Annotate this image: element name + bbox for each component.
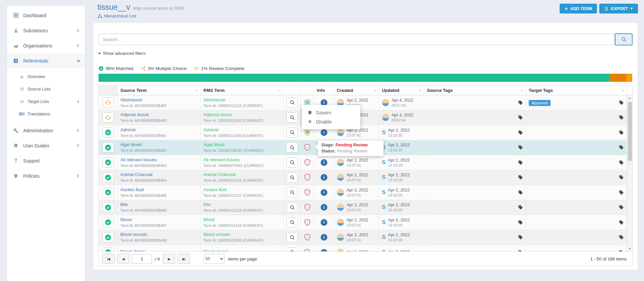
match-status-button[interactable]: [103, 112, 114, 122]
term-search-button[interactable]: [286, 112, 298, 122]
source-term-link[interactable]: Ascites fluid: [120, 187, 144, 192]
tag-icon[interactable]: [619, 175, 624, 180]
sidebar-item-dashboard[interactable]: Dashboard: [7, 8, 85, 23]
column-header-source-term[interactable]: Source Term: [118, 86, 201, 95]
info-icon[interactable]: i: [321, 249, 327, 251]
governance-shield-icon[interactable]: [304, 203, 311, 212]
table-row[interactable]: Blood vessels Term Id: A0V00000003B498 B…: [99, 230, 627, 245]
column-header-target-tags[interactable]: Target Tags: [526, 86, 627, 95]
rms-term-link[interactable]: Bile: [203, 202, 211, 207]
sidebar-item-policies[interactable]: Policies: [7, 168, 85, 183]
governance-shield-icon[interactable]: [304, 143, 311, 152]
source-term-link[interactable]: Agar blood: [120, 142, 142, 147]
match-status-button[interactable]: [103, 202, 114, 212]
column-header-created[interactable]: Created: [334, 86, 379, 95]
table-row[interactable]: Abomasum Term Id: A0V00000003B489 Abomas…: [99, 95, 627, 110]
tag-icon[interactable]: [518, 235, 523, 240]
next-page-button[interactable]: ▶: [163, 254, 175, 264]
sidebar-item-user-guides[interactable]: User Guides: [7, 138, 85, 153]
match-status-button[interactable]: [103, 98, 114, 108]
match-status-button[interactable]: [103, 128, 114, 138]
page-number-input[interactable]: [132, 254, 152, 264]
tag-icon[interactable]: [619, 205, 624, 210]
source-term-link[interactable]: Bile: [120, 202, 128, 207]
governance-shield-icon[interactable]: [304, 233, 311, 242]
sidebar-item-organisations[interactable]: Organisations: [7, 38, 85, 53]
search-input[interactable]: [98, 34, 615, 45]
rms-term-link[interactable]: Ascites fluid: [203, 187, 227, 192]
info-icon[interactable]: i: [321, 174, 327, 181]
menu-item-govern[interactable]: Govern: [302, 108, 360, 117]
tag-icon[interactable]: [619, 100, 624, 105]
info-icon[interactable]: i: [321, 219, 327, 226]
tag-icon[interactable]: [518, 190, 523, 195]
last-page-button[interactable]: ▶|: [177, 254, 190, 264]
column-header-source-tags[interactable]: Source Tags: [424, 86, 526, 95]
search-button[interactable]: [615, 33, 633, 45]
tag-icon[interactable]: [518, 160, 523, 165]
first-page-button[interactable]: |◀: [102, 254, 115, 264]
source-term-link[interactable]: Blood vessels: [120, 232, 147, 237]
tag-icon[interactable]: [518, 130, 523, 135]
table-row[interactable]: Ascites fluid Term Id: A0V00000003B495 A…: [99, 185, 627, 200]
rms-term-link[interactable]: All relevant tissues: [203, 157, 240, 163]
term-search-button[interactable]: [286, 202, 298, 212]
term-search-button[interactable]: [286, 142, 298, 152]
tag-icon[interactable]: [518, 145, 523, 150]
tag-icon[interactable]: [619, 145, 624, 150]
term-search-button[interactable]: [286, 232, 298, 242]
table-row[interactable]: Adrenal Term Id: A0V00000003B491 Adrenal…: [99, 125, 627, 140]
tag-icon[interactable]: [619, 115, 624, 120]
rms-term-link[interactable]: Adipose tissue: [203, 112, 232, 117]
rms-term-link[interactable]: Blood vessels: [203, 232, 230, 237]
hierarchical-list-link[interactable]: Hierarchical List: [97, 13, 184, 19]
term-search-button[interactable]: [286, 247, 298, 251]
vertical-scrollbar[interactable]: ▲ ▼: [627, 95, 633, 251]
tag-icon[interactable]: [619, 190, 624, 195]
sidebar-item-source-lists[interactable]: Source Lists: [7, 83, 85, 95]
menu-item-disable[interactable]: × Disable: [302, 117, 360, 126]
table-row[interactable]: Animal Charcoal Term Id: A0V00000003B494…: [99, 170, 627, 185]
sidebar-item-target-lists[interactable]: Target Lists: [7, 95, 85, 108]
export-button[interactable]: EXPORT: [599, 4, 638, 13]
info-icon[interactable]: i: [321, 159, 327, 166]
sidebar-item-translations[interactable]: A* Translations: [7, 108, 85, 120]
table-row[interactable]: Bile Term Id: A0V00000003B496 Bile Term …: [99, 200, 627, 215]
tag-icon[interactable]: [619, 160, 624, 165]
match-status-button[interactable]: [103, 157, 114, 168]
sidebar-item-substances[interactable]: Substances: [7, 23, 85, 38]
match-status-button[interactable]: [103, 232, 114, 242]
tag-icon[interactable]: [619, 235, 624, 240]
tag-icon[interactable]: [518, 175, 523, 180]
add-term-button[interactable]: + ADD TERM: [560, 4, 597, 13]
previous-page-button[interactable]: ◀: [117, 254, 129, 264]
match-status-button[interactable]: [103, 217, 114, 227]
tag-icon[interactable]: [518, 220, 523, 225]
table-row[interactable]: Adipose tissue Term Id: A0V00000003B490 …: [99, 110, 627, 126]
term-search-button[interactable]: [286, 217, 298, 227]
info-icon[interactable]: i: [321, 204, 327, 211]
sidebar-item-overview[interactable]: Overview: [7, 70, 85, 83]
column-header-rms-term[interactable]: RMS Term: [201, 86, 284, 95]
source-term-link[interactable]: All relevant tissues: [120, 157, 157, 163]
rms-term-link[interactable]: Agar blood: [203, 142, 225, 147]
tag-icon[interactable]: [518, 100, 523, 105]
term-search-button[interactable]: [286, 98, 298, 108]
tag-icon[interactable]: [518, 205, 523, 210]
column-header-updated[interactable]: Updated: [379, 86, 424, 95]
advanced-filters-toggle[interactable]: Show advanced filters: [98, 51, 146, 56]
info-icon[interactable]: i: [321, 234, 327, 241]
term-search-button[interactable]: [286, 157, 298, 168]
sidebar-item-referentials[interactable]: Referentials: [7, 53, 85, 68]
governance-shield-icon[interactable]: [304, 173, 311, 182]
governance-shield-icon[interactable]: [304, 218, 311, 227]
term-search-button[interactable]: [286, 128, 298, 138]
source-term-link[interactable]: Adrenal: [120, 128, 135, 133]
tag-icon[interactable]: [619, 130, 624, 135]
governance-shield-icon[interactable]: [304, 188, 311, 197]
table-row[interactable]: Blood, foetal Blood, foetal i Apr 2, 202…: [99, 245, 627, 251]
source-term-link[interactable]: Abomasum: [120, 98, 143, 103]
page-size-select[interactable]: 50: [204, 254, 225, 264]
scroll-up-icon[interactable]: ▲: [627, 95, 633, 101]
rms-term-link[interactable]: Adrenal: [203, 128, 218, 133]
